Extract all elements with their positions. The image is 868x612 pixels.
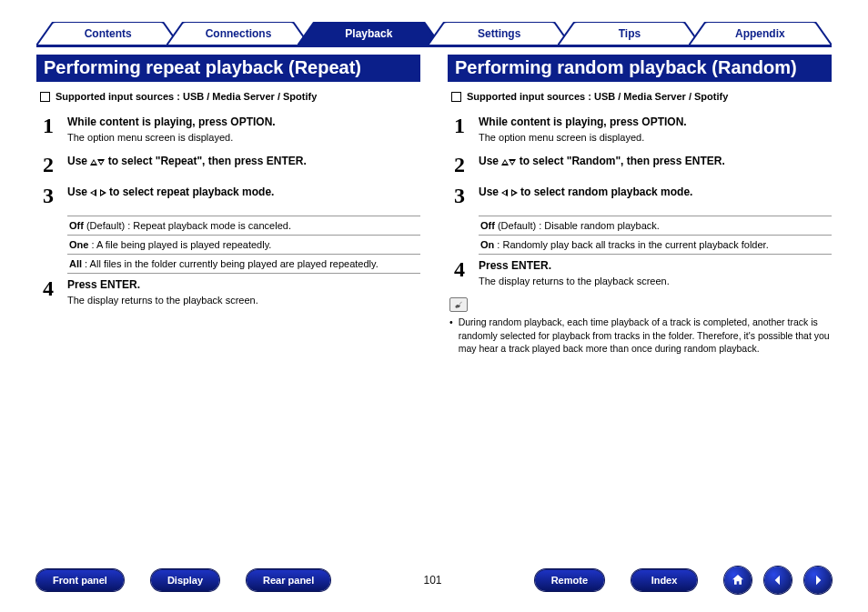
step-4: 4Press ENTER.The display returns to the … — [449, 258, 832, 288]
step-title: Press ENTER. — [67, 277, 420, 292]
column-random: Performing random playback (Random)Suppo… — [448, 55, 832, 539]
step-title: Use to select "Repeat", then press ENTER… — [67, 154, 420, 168]
tab-bar: ContentsConnectionsPlaybackSettingsTipsA… — [36, 18, 832, 47]
step-sub: The option menu screen is displayed. — [479, 131, 832, 145]
step-3: 3Use to select random playback mode. — [449, 185, 832, 206]
left-arrow-icon — [90, 189, 96, 196]
back-icon[interactable] — [764, 567, 792, 594]
up-arrow-icon — [501, 159, 509, 166]
option-row: Off (Default) : Disable random playback. — [479, 216, 832, 236]
step-title: Use to select repeat playback mode. — [67, 185, 420, 199]
step-number: 1 — [449, 115, 469, 145]
step-4: 4Press ENTER.The display returns to the … — [38, 277, 420, 307]
step-1: 1While content is playing, press OPTION.… — [38, 115, 420, 145]
step-number: 1 — [38, 115, 58, 145]
footer-nav: Front panelDisplayRear panel 101 RemoteI… — [36, 565, 832, 596]
up-arrow-icon — [90, 159, 97, 166]
note-icon — [449, 297, 468, 312]
step-title: Press ENTER. — [479, 258, 832, 273]
tab-appendix[interactable]: Appendix — [689, 22, 832, 45]
option-row: Off (Default) : Repeat playback mode is … — [67, 216, 420, 236]
right-arrow-icon — [511, 189, 518, 196]
step-number: 4 — [449, 258, 469, 288]
home-icon[interactable] — [724, 567, 752, 594]
options-table: Off (Default) : Disable random playback.… — [479, 216, 832, 255]
tab-tips[interactable]: Tips — [558, 22, 701, 45]
nav-remote[interactable]: Remote — [535, 569, 604, 591]
bullet-icon — [40, 92, 50, 102]
step-2: 2Use to select "Repeat", then press ENTE… — [38, 154, 420, 176]
tab-settings[interactable]: Settings — [428, 22, 570, 45]
step-number: 3 — [449, 185, 469, 206]
left-arrow-icon — [501, 189, 508, 196]
bullet-icon — [451, 92, 461, 102]
step-2: 2Use to select "Random", then press ENTE… — [449, 154, 832, 176]
down-arrow-icon — [97, 159, 105, 166]
column-repeat: Performing repeat playback (Repeat)Suppo… — [36, 55, 420, 539]
option-row: One : A file being played is played repe… — [67, 236, 420, 255]
tab-contents[interactable]: Contents — [36, 22, 179, 45]
step-sub: The display returns to the playback scre… — [67, 294, 420, 307]
step-sub: The display returns to the playback scre… — [479, 275, 832, 288]
forward-icon[interactable] — [804, 567, 832, 594]
right-arrow-icon — [100, 189, 106, 196]
nav-index[interactable]: Index — [631, 569, 697, 591]
option-row: On : Randomly play back all tracks in th… — [479, 236, 832, 255]
note-text: During random playback, each time playba… — [459, 316, 832, 356]
step-title: While content is playing, press OPTION. — [67, 115, 420, 129]
down-arrow-icon — [509, 159, 516, 166]
step-number: 4 — [38, 277, 58, 307]
nav-front-panel[interactable]: Front panel — [36, 569, 124, 591]
nav-display[interactable]: Display — [151, 569, 219, 591]
nav-rear-panel[interactable]: Rear panel — [247, 569, 330, 591]
option-row: All : All files in the folder currently … — [67, 255, 420, 274]
note: •During random playback, each time playb… — [449, 297, 832, 356]
manual-page: ContentsConnectionsPlaybackSettingsTipsA… — [0, 0, 868, 612]
section-heading-repeat: Performing repeat playback (Repeat) — [36, 55, 420, 82]
step-number: 2 — [449, 154, 469, 176]
step-3: 3Use to select repeat playback mode. — [38, 185, 420, 206]
step-title: Use to select random playback mode. — [479, 185, 832, 199]
step-title: Use to select "Random", then press ENTER… — [479, 154, 832, 168]
tab-playback[interactable]: Playback — [298, 22, 440, 45]
supported-sources: Supported input sources : USB / Media Se… — [451, 91, 832, 102]
section-heading-random: Performing random playback (Random) — [448, 55, 832, 82]
step-1: 1While content is playing, press OPTION.… — [449, 115, 832, 145]
options-table: Off (Default) : Repeat playback mode is … — [67, 216, 420, 274]
tab-connections[interactable]: Connections — [167, 22, 309, 45]
step-number: 2 — [38, 154, 58, 176]
supported-sources: Supported input sources : USB / Media Se… — [40, 91, 420, 102]
content-columns: Performing repeat playback (Repeat)Suppo… — [36, 55, 832, 539]
step-title: While content is playing, press OPTION. — [479, 115, 832, 129]
page-number: 101 — [419, 574, 446, 587]
step-number: 3 — [38, 185, 58, 206]
step-sub: The option menu screen is displayed. — [67, 131, 420, 145]
